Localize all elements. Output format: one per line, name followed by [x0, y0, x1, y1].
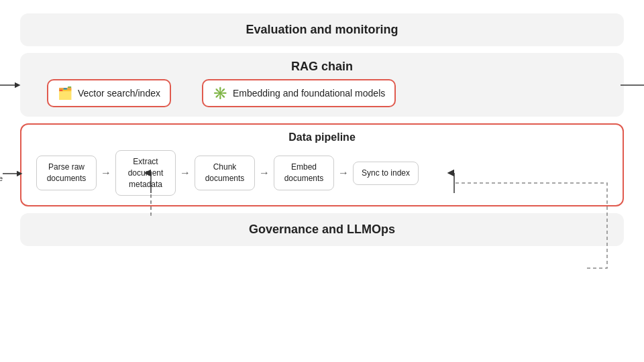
enterprise-icon: 🗄️📄 — [0, 158, 1, 173]
vector-search-chip: 🗂️ Vector search/index — [47, 79, 171, 107]
gov-box: Governance and LLMOps — [20, 213, 624, 246]
sparkles-icon: ✳️ — [213, 86, 227, 101]
arrow-2: → — [180, 167, 191, 179]
pipeline-title: Data pipeline — [31, 131, 613, 143]
embedding-label: Embedding and foundational models — [233, 88, 385, 99]
arrow-4: → — [338, 167, 349, 179]
arrow-3: → — [259, 167, 270, 179]
rag-title: RAG chain — [34, 60, 610, 74]
enterprise-arrow-svg — [3, 169, 25, 178]
step-parse: Parse rawdocuments — [36, 156, 97, 190]
step-sync: Sync to index — [353, 162, 419, 185]
eval-label: Evaluation and monitoring — [246, 23, 398, 36]
step-embed: Embeddocuments — [274, 156, 334, 190]
embedding-chip: ✳️ Embedding and foundational models — [202, 79, 396, 107]
step-extract: Extractdocumentmetadata — [115, 150, 176, 196]
vector-search-label: Vector search/index — [78, 88, 160, 99]
data-pipeline-section: 🗄️📄 Enterprise data Data pipeline Parse … — [20, 123, 624, 206]
pipeline-steps: Parse rawdocuments → Extractdocumentmeta… — [31, 150, 613, 196]
rag-boxes: 🗂️ Vector search/index ✳️ Embedding and … — [34, 79, 610, 107]
layers-icon: 🗂️ — [58, 86, 72, 101]
diagram: Evaluation and monitoring 👤 User request… — [13, 7, 631, 355]
user-arrow-svg — [0, 80, 23, 90]
rag-section: 👤 User request 👤 Response to user RAG ch… — [20, 53, 624, 117]
gov-label: Governance and LLMOps — [249, 223, 395, 236]
arrow-1: → — [101, 167, 111, 179]
response-arrow-svg — [621, 80, 644, 90]
step-chunk: Chunkdocuments — [195, 156, 255, 190]
eval-box: Evaluation and monitoring — [20, 13, 624, 46]
